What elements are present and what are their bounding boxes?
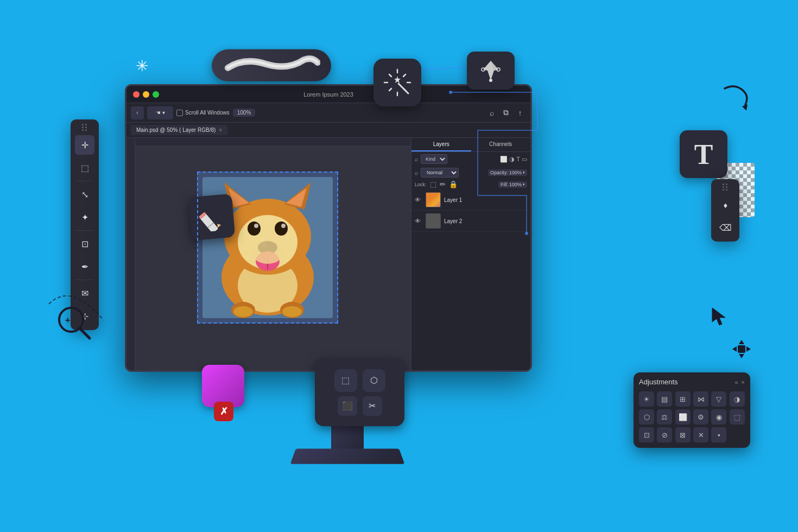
collapse-button[interactable]: « <box>734 379 738 385</box>
float-pen-tool <box>467 52 515 90</box>
hue-sat-icon[interactable]: ◑ <box>730 391 745 407</box>
fill-label: Fill: <box>501 182 508 187</box>
right-small-toolbar: ⬧ ⌫ <box>711 179 739 242</box>
lock-position-icon[interactable]: 🔒 <box>449 180 458 188</box>
close-button[interactable]: × <box>742 379 745 385</box>
minimize-button[interactable] <box>143 91 149 98</box>
kind-row: ⌕ Kind ⬜ ◑ T ▭ <box>411 152 530 166</box>
pencil-icon <box>197 202 227 232</box>
layer1-visibility-icon[interactable]: 👁 <box>415 197 422 203</box>
tab-label: Main.psd @ 50% ( Layer RGB/8) <box>136 127 216 133</box>
toolbar-separator-2 <box>76 230 93 231</box>
selective-color-icon[interactable]: ✕ <box>693 427 708 442</box>
adjust-icon[interactable]: ◑ <box>509 156 515 163</box>
svg-rect-51 <box>738 345 745 353</box>
brightness-contrast-icon[interactable]: ☀ <box>639 391 654 407</box>
color-balance-icon[interactable]: ⬡ <box>639 409 654 425</box>
arrow-cursor-icon <box>711 307 727 331</box>
marquee-tool-button[interactable]: ⬚ <box>75 158 94 178</box>
layer-2-item[interactable]: 👁 Layer 2 <box>411 211 530 232</box>
opacity-control[interactable]: Opacity: 100% ▾ <box>488 169 527 176</box>
eraser-brush-icon[interactable]: ⬚ <box>334 369 357 392</box>
main-tab[interactable]: Main.psd @ 50% ( Layer RGB/8) × <box>131 125 227 135</box>
layer1-thumbnail <box>426 192 441 207</box>
vibrance-icon[interactable]: ▽ <box>711 391 726 407</box>
stand-base <box>290 449 405 464</box>
magic-wand-button[interactable]: ✦ <box>75 207 94 227</box>
shape-icon[interactable]: ▭ <box>522 156 527 163</box>
svg-line-33 <box>389 88 391 91</box>
lock-brush-icon[interactable]: ✏ <box>440 180 446 188</box>
scroll-all-windows-control[interactable]: Scroll All Windows <box>176 110 230 116</box>
fill-chevron: ▾ <box>523 182 525 187</box>
search-icon[interactable]: ⌕ <box>486 107 498 119</box>
fill-value: 100% <box>509 182 522 187</box>
eraser-right-icon[interactable]: ⌫ <box>715 218 735 237</box>
tab-close-button[interactable]: × <box>219 127 222 133</box>
toolbar-grip <box>82 124 87 131</box>
fill-control[interactable]: Fill: 100% ▾ <box>498 181 527 188</box>
curves-icon[interactable]: ⊞ <box>675 391 691 407</box>
eyedropper-button[interactable]: ✒ <box>75 257 94 276</box>
crop-tool-button[interactable]: ⊡ <box>75 234 94 254</box>
slice-icon[interactable]: ✂ <box>363 396 382 416</box>
type-icon[interactable]: T <box>516 156 520 163</box>
ruler-vertical <box>126 138 135 370</box>
color-lookup-icon[interactable]: ◉ <box>711 409 726 425</box>
opacity-label: Opacity: <box>490 170 508 175</box>
paint-bucket-right-icon[interactable]: ⬧ <box>715 195 735 214</box>
solid-color-icon[interactable]: ▪ <box>711 427 726 442</box>
svg-point-22 <box>233 306 253 317</box>
pixel-icon[interactable]: ⬜ <box>500 156 508 163</box>
channels-tab[interactable]: Channels <box>471 138 531 151</box>
app-toolbar: ‹ ☚ ▾ Scroll All Windows 100% ⌕ ⧉ ↑ <box>126 103 530 123</box>
svg-line-44 <box>80 328 90 338</box>
move-cursor-svg <box>731 339 752 359</box>
exposure-icon[interactable]: ⋈ <box>693 391 708 407</box>
layer-1-item[interactable]: 👁 Layer 1 <box>411 189 530 211</box>
layers-tab[interactable]: Layers <box>411 138 471 151</box>
canvas-area: Layers Channels ⌕ Kind ⬜ ◑ T ▭ <box>126 138 530 370</box>
kind-select[interactable]: Kind <box>421 154 447 164</box>
cpu-icon[interactable]: ⬛ <box>338 396 357 416</box>
bw-icon[interactable]: ⚖ <box>657 409 672 425</box>
layer2-thumbnail <box>426 213 441 229</box>
share-icon[interactable]: ↑ <box>514 107 526 119</box>
adjustments-title: Adjustments <box>639 378 734 386</box>
opacity-chevron: ▾ <box>523 170 525 175</box>
lock-pixel-icon[interactable]: ⬚ <box>430 180 436 188</box>
layer2-visibility-icon[interactable]: 👁 <box>415 218 422 224</box>
layer2-name: Layer 2 <box>444 218 462 224</box>
lasso-tool-button[interactable]: ⤡ <box>75 185 94 204</box>
channel-mixer-icon[interactable]: ⚙ <box>693 409 708 425</box>
hand-icon: ☚ <box>156 110 161 116</box>
blend-mode-select[interactable]: Normal <box>421 168 459 178</box>
toolbar-separator-3 <box>76 280 93 280</box>
dashed-path-svg <box>43 282 109 326</box>
smudge-icon[interactable]: ⬡ <box>363 369 385 392</box>
threshold-icon[interactable]: ⊘ <box>657 427 672 442</box>
magnifier-icon: ⌕ <box>415 156 419 162</box>
move-tool-button[interactable]: ✛ <box>75 135 94 155</box>
zoom-level[interactable]: 100% <box>233 109 256 117</box>
sparkle-decoration: ✳ <box>136 57 148 75</box>
levels-icon[interactable]: ▤ <box>657 391 672 407</box>
scroll-all-checkbox[interactable] <box>176 110 183 116</box>
hand-tool-button[interactable]: ☚ ▾ <box>147 106 173 119</box>
svg-point-12 <box>254 224 258 228</box>
title-bar: Lorem Ipsum 2023 <box>126 86 530 103</box>
svg-line-32 <box>403 74 406 77</box>
maximize-button[interactable] <box>153 91 159 98</box>
window-icon[interactable]: ⧉ <box>500 107 512 119</box>
gradient-map-icon[interactable]: ⊠ <box>675 427 691 442</box>
back-button[interactable]: ‹ <box>131 106 144 119</box>
photo-filter-icon[interactable]: ⬜ <box>675 409 691 425</box>
invert-icon[interactable]: ⬚ <box>730 409 745 425</box>
float-magic-wand <box>373 59 421 106</box>
close-button[interactable] <box>133 91 140 98</box>
svg-marker-35 <box>394 76 401 83</box>
cursor-arrow-svg <box>711 307 727 326</box>
svg-marker-49 <box>732 346 737 352</box>
scroll-all-label: Scroll All Windows <box>185 110 230 116</box>
posterize-icon[interactable]: ⊡ <box>639 427 654 442</box>
